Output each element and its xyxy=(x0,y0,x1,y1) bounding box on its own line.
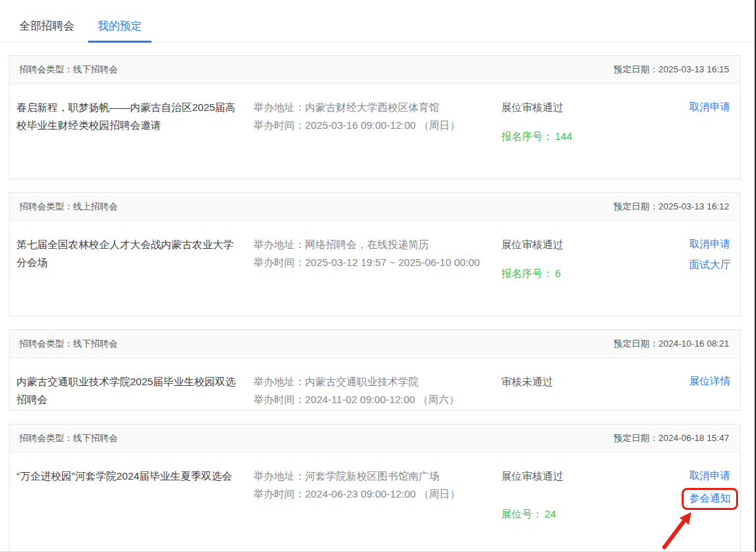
job-fair-booking-page: { "colors": { "accent_blue": "#2b7cee", … xyxy=(0,0,756,552)
fair-info: 举办地址：内蒙古财经大学西校区体育馆 举办时间：2025-03-16 09:00… xyxy=(253,99,485,165)
fair-address: 举办地址：内蒙古交通职业技术学院 xyxy=(253,373,485,391)
review-status: 展位审核通过 xyxy=(501,467,625,485)
fair-type: 招聘会类型：线下招聘会 xyxy=(19,338,118,350)
fair-time: 举办时间：2025-03-12 19:57 ~ 2025-06-10 00:00 xyxy=(253,254,485,272)
status-column: 展位审核通过 报名序号：144 xyxy=(501,99,625,165)
action-links: 取消申请 面试大厅 xyxy=(689,236,731,302)
attend-notice-link[interactable]: 参会通知 xyxy=(689,492,731,504)
interview-hall-link[interactable]: 面试大厅 xyxy=(689,256,731,273)
booked-date: 预定日期：2024-10-16 08:21 xyxy=(613,338,729,350)
action-links: 取消申请 xyxy=(689,99,731,165)
booked-date: 预定日期：2025-03-13 16:12 xyxy=(613,201,729,213)
fair-info: 举办地址：河套学院新校区图书馆南广场 举办时间：2024-06-23 09:00… xyxy=(253,467,485,550)
signup-serial-number: 报名序号：144 xyxy=(501,127,625,145)
card-header: 招聘会类型：线下招聘会 预定日期：2024-10-16 08:21 xyxy=(10,330,740,358)
annotation-highlight-box: 参会通知 xyxy=(682,488,738,510)
fair-title: 春启新程，职梦扬帆——内蒙古自治区2025届高校毕业生财经类校园招聘会邀请 xyxy=(17,99,237,165)
tab-all-fairs[interactable]: 全部招聘会 xyxy=(10,19,84,42)
status-column: 审核未通过 xyxy=(501,373,625,396)
fair-type: 招聘会类型：线上招聘会 xyxy=(19,201,118,213)
review-status: 展位审核通过 xyxy=(501,236,625,254)
booked-date: 预定日期：2024-06-18 15:47 xyxy=(613,432,729,444)
booth-number: 展位号：24 xyxy=(501,505,625,523)
booking-card: 招聘会类型：线下招聘会 预定日期：2024-10-16 08:21 内蒙古交通职… xyxy=(9,329,741,411)
booking-card: 招聘会类型：线下招聘会 预定日期：2024-06-18 15:47 “万企进校园… xyxy=(9,424,741,552)
card-header: 招聘会类型：线下招聘会 预定日期：2024-06-18 15:47 xyxy=(10,425,740,453)
fair-type: 招聘会类型：线下招聘会 xyxy=(19,432,118,444)
cancel-apply-link[interactable]: 取消申请 xyxy=(689,467,731,484)
fair-title: 内蒙古交通职业技术学院2025届毕业生校园双选招聘会 xyxy=(17,373,237,396)
cancel-apply-link[interactable]: 取消申请 xyxy=(689,99,731,115)
action-links: 展位详情 xyxy=(689,373,731,396)
fair-address: 举办地址：河套学院新校区图书馆南广场 xyxy=(253,467,485,485)
review-status: 审核未通过 xyxy=(501,373,625,391)
booking-card: 招聘会类型：线上招聘会 预定日期：2025-03-13 16:12 第七届全国农… xyxy=(9,192,741,316)
action-links: 取消申请 参会通知 xyxy=(682,467,731,550)
fair-address: 举办地址：内蒙古财经大学西校区体育馆 xyxy=(253,99,485,116)
fair-type: 招聘会类型：线下招聘会 xyxy=(19,63,118,76)
booking-card: 招聘会类型：线下招聘会 预定日期：2025-03-13 16:15 春启新程，职… xyxy=(9,55,741,179)
fair-info: 举办地址：网络招聘会，在线投递简历 举办时间：2025-03-12 19:57 … xyxy=(253,236,485,302)
fair-time: 举办时间：2024-11-02 09:00-12:00 （周六） xyxy=(253,391,485,409)
cancel-apply-link[interactable]: 取消申请 xyxy=(689,236,731,252)
status-column: 展位审核通过 展位号：24 xyxy=(501,467,625,550)
status-column: 展位审核通过 报名序号：6 xyxy=(501,236,625,302)
fair-title: “万企进校园”河套学院2024届毕业生夏季双选会 xyxy=(17,467,237,550)
fair-title: 第七届全国农林校企人才大会战内蒙古农业大学分会场 xyxy=(17,236,237,302)
fair-info: 举办地址：内蒙古交通职业技术学院 举办时间：2024-11-02 09:00-1… xyxy=(253,373,485,396)
card-header: 招聘会类型：线下招聘会 预定日期：2025-03-13 16:15 xyxy=(10,56,740,84)
booth-detail-link[interactable]: 展位详情 xyxy=(689,373,731,389)
review-status: 展位审核通过 xyxy=(501,99,625,116)
fair-time: 举办时间：2024-06-23 09:00-12:00 （周日） xyxy=(253,485,485,503)
fair-address: 举办地址：网络招聘会，在线投递简历 xyxy=(253,236,485,254)
signup-serial-number: 报名序号：6 xyxy=(501,265,625,283)
tab-my-bookings[interactable]: 我的预定 xyxy=(88,19,151,43)
tab-bar: 全部招聘会 我的预定 xyxy=(0,0,755,43)
fair-time: 举办时间：2025-03-16 09:00-12:00 （周日） xyxy=(253,116,485,134)
booked-date: 预定日期：2025-03-13 16:15 xyxy=(613,63,729,76)
card-header: 招聘会类型：线上招聘会 预定日期：2025-03-13 16:12 xyxy=(10,193,740,221)
booking-card-list: 招聘会类型：线下招聘会 预定日期：2025-03-13 16:15 春启新程，职… xyxy=(9,55,741,552)
